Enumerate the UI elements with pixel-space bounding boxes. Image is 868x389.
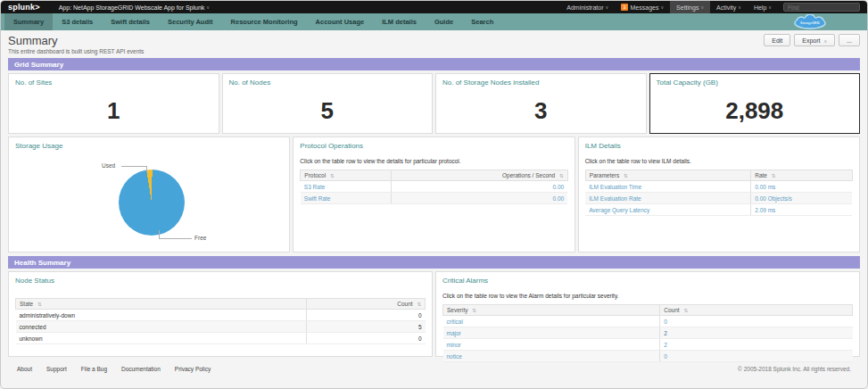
tab-search[interactable]: Search bbox=[462, 13, 502, 30]
kpi-label: No. of Storage Nodes installed bbox=[442, 79, 640, 87]
settings-menu[interactable]: Settings ∨ bbox=[670, 1, 710, 13]
column-header-protocol[interactable]: Protocol ⇅ bbox=[301, 170, 392, 181]
column-header-severity[interactable]: Severity ⇅ bbox=[443, 305, 660, 316]
kpi-label: No. of Nodes bbox=[229, 79, 426, 87]
tab-resource-monitoring[interactable]: Resource Monitoring bbox=[222, 13, 307, 30]
table-row[interactable]: S3 Rate 0.00 bbox=[301, 181, 567, 193]
topbar-menus: Administrator ∨ 3 Messages ∨ Settings ∨ … bbox=[560, 1, 860, 13]
cell-rate: 2.09 ms bbox=[751, 204, 853, 216]
app-menu[interactable]: App: NetApp StorageGRID Webscale App for… bbox=[53, 1, 216, 13]
protocol-operations-table: Protocol ⇅ Operations / Second ⇅ S3 Rate… bbox=[300, 170, 567, 204]
cell-state: administratively-down bbox=[16, 310, 307, 321]
tab-security-audit[interactable]: Security Audit bbox=[159, 13, 222, 30]
protocol-operations-panel: Protocol Operations Click on the table r… bbox=[293, 137, 575, 252]
column-header-label: Operations / Second bbox=[502, 172, 555, 178]
tab-swift-details[interactable]: Swift details bbox=[102, 13, 159, 30]
protocol-operations-title: Protocol Operations bbox=[300, 142, 567, 150]
cell-rate: 0.00 ms bbox=[751, 181, 853, 193]
table-row-minor[interactable]: minor 2 bbox=[443, 339, 853, 351]
cell-count: 0 bbox=[660, 351, 853, 362]
help-menu[interactable]: Help ∨ bbox=[748, 1, 778, 13]
storagegrid-cloud-logo: StorageGRID bbox=[787, 14, 833, 29]
find-input[interactable] bbox=[783, 3, 860, 12]
cloud-logo-text: StorageGRID bbox=[800, 21, 820, 25]
cell-severity: critical bbox=[443, 316, 660, 327]
column-header-label: Protocol bbox=[304, 172, 326, 178]
table-row-major[interactable]: major 2 bbox=[443, 327, 853, 339]
kpi-value: 5 bbox=[229, 97, 426, 125]
pie-label-used: Used bbox=[102, 162, 115, 169]
cell-protocol: S3 Rate bbox=[301, 181, 392, 193]
tab-ilm-details[interactable]: ILM details bbox=[373, 13, 426, 30]
sort-icon: ⇅ bbox=[683, 308, 688, 313]
storage-usage-panel: Storage Usage Used Free bbox=[8, 137, 290, 252]
column-header-count[interactable]: Count ⇅ bbox=[306, 299, 425, 310]
table-row[interactable]: ILM Evaluation Rate 0.00 Objects/s bbox=[585, 193, 852, 204]
critical-alarms-title: Critical Alarms bbox=[442, 277, 853, 285]
table-row: connected 5 bbox=[16, 321, 426, 333]
cell-parameter: Average Query Latency bbox=[585, 204, 751, 216]
footer-link-privacy-policy[interactable]: Privacy Policy bbox=[175, 366, 211, 372]
footer-link-documentation[interactable]: Documentation bbox=[121, 366, 161, 372]
ilm-details-table: Parameters ⇅ Rate ⇅ ILM Evaluation Time … bbox=[585, 170, 853, 216]
chevron-down-icon: ∨ bbox=[738, 4, 741, 10]
messages-menu[interactable]: 3 Messages ∨ bbox=[615, 1, 670, 13]
footer-link-about[interactable]: About bbox=[17, 366, 32, 372]
chevron-down-icon: ∨ bbox=[206, 4, 210, 10]
node-status-title: Node Status bbox=[15, 277, 426, 285]
kpi-label: No. of Sites bbox=[15, 79, 212, 87]
chevron-down-icon: ∨ bbox=[660, 4, 664, 10]
tab-guide[interactable]: Guide bbox=[426, 13, 462, 30]
ilm-details-title: ILM Details bbox=[585, 142, 853, 150]
tab-summary[interactable]: Summary bbox=[4, 13, 53, 30]
cell-count: 0 bbox=[660, 316, 853, 327]
sort-icon: ⇅ bbox=[472, 308, 476, 313]
messages-label: Messages bbox=[631, 4, 659, 11]
column-header-rate[interactable]: Rate ⇅ bbox=[751, 170, 853, 181]
storage-usage-pie[interactable] bbox=[119, 170, 185, 236]
user-menu[interactable]: Administrator ∨ bbox=[560, 1, 615, 13]
help-label: Help bbox=[754, 4, 766, 11]
node-status-table: State ⇅ Count ⇅ administratively-down 0 bbox=[15, 298, 426, 344]
footer-link-file-a-bug[interactable]: File a Bug bbox=[81, 366, 107, 372]
health-summary-band: Health Summary bbox=[8, 256, 860, 269]
column-header-count[interactable]: Count ⇅ bbox=[660, 305, 853, 316]
column-header-label: Count bbox=[664, 307, 679, 313]
grid-summary-band: Grid Summary bbox=[8, 58, 860, 70]
table-row-critical[interactable]: critical 0 bbox=[443, 316, 853, 327]
table-row[interactable]: Swift Rate 0.00 bbox=[301, 193, 567, 204]
activity-menu[interactable]: Activity ∨ bbox=[710, 1, 748, 13]
kpi-label: Total Capacity (GB) bbox=[657, 79, 854, 87]
pie-callout-line-used bbox=[121, 166, 147, 172]
table-row[interactable]: ILM Evaluation Time 0.00 ms bbox=[585, 181, 852, 193]
more-actions-button[interactable]: ... bbox=[839, 34, 860, 46]
user-menu-label: Administrator bbox=[566, 4, 603, 11]
footer-link-support[interactable]: Support bbox=[46, 366, 67, 372]
edit-button[interactable]: Edit bbox=[764, 34, 790, 46]
tab-account-usage[interactable]: Account Usage bbox=[307, 13, 374, 30]
cell-rate: 0.00 bbox=[392, 193, 568, 204]
table-row[interactable]: Average Query Latency 2.09 ms bbox=[585, 204, 852, 216]
column-header-label: Parameters bbox=[590, 172, 620, 178]
pie-callout-line-free bbox=[159, 230, 192, 239]
column-header-state[interactable]: State ⇅ bbox=[16, 299, 307, 310]
sort-icon: ⇅ bbox=[37, 302, 42, 307]
app-menu-label: App: NetApp StorageGRID Webscale App for… bbox=[59, 4, 205, 11]
cell-rate: 0.00 Objects/s bbox=[751, 193, 853, 204]
chevron-down-icon: ∨ bbox=[823, 38, 827, 44]
copyright-text: © 2005-2018 Splunk Inc. All rights reser… bbox=[738, 366, 851, 372]
column-header-parameters[interactable]: Parameters ⇅ bbox=[585, 170, 751, 181]
cell-severity: major bbox=[443, 327, 660, 339]
health-row: Node Status State ⇅ Count ⇅ bbox=[8, 271, 860, 357]
kpi-panel-sites: No. of Sites 1 bbox=[8, 73, 219, 134]
cell-count: 0 bbox=[306, 310, 425, 321]
column-header-operations-per-second[interactable]: Operations / Second ⇅ bbox=[392, 170, 568, 181]
critical-alarms-table: Severity ⇅ Count ⇅ critical 0 bbox=[442, 304, 853, 362]
page-title: Summary bbox=[8, 34, 144, 47]
export-button[interactable]: Export ∨ bbox=[794, 34, 835, 46]
tab-s3-details[interactable]: S3 details bbox=[53, 13, 102, 30]
detail-row: Storage Usage Used Free Protocol Operati… bbox=[8, 137, 860, 252]
kpi-panel-nodes: No. of Nodes 5 bbox=[222, 73, 434, 134]
cell-severity: minor bbox=[443, 339, 660, 351]
table-row-notice[interactable]: notice 0 bbox=[443, 351, 853, 362]
